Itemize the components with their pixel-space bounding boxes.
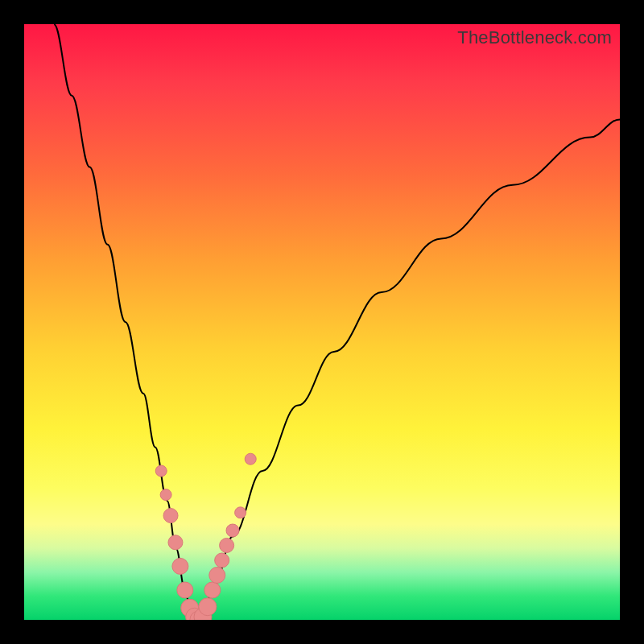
bottleneck-curve [54, 24, 620, 620]
data-marker [168, 535, 183, 550]
marker-group [155, 453, 256, 620]
data-marker [177, 582, 193, 598]
chart-area: TheBottleneck.com [24, 24, 620, 620]
data-marker [245, 453, 256, 464]
data-marker [160, 489, 171, 501]
data-marker [155, 465, 167, 477]
data-marker [235, 507, 246, 518]
data-marker [172, 558, 188, 574]
data-marker [204, 582, 221, 598]
data-marker [215, 553, 229, 568]
bottleneck-plot [24, 24, 620, 620]
data-marker [199, 598, 217, 616]
data-marker [220, 539, 234, 553]
data-marker [226, 524, 239, 537]
data-marker [163, 509, 178, 523]
watermark-text: TheBottleneck.com [457, 27, 612, 48]
data-marker [209, 568, 225, 584]
